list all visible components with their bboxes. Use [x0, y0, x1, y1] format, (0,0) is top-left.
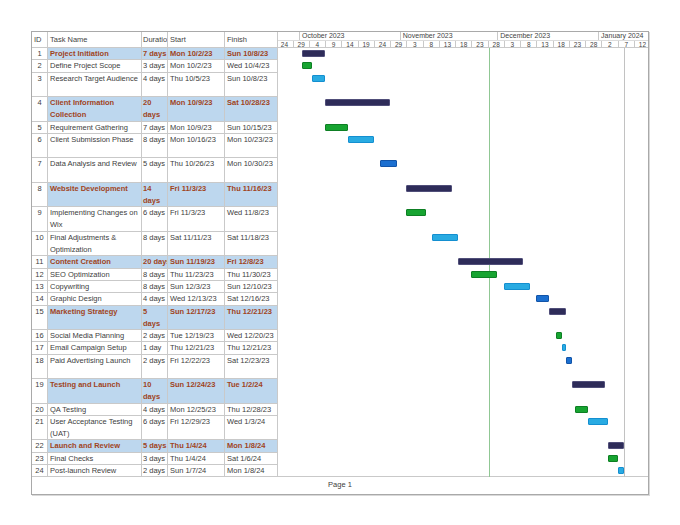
task-start-cell[interactable]: Fri 12/22/23	[168, 355, 225, 380]
task-finish-cell[interactable]: Thu 12/21/23	[225, 342, 278, 354]
task-name-cell[interactable]: QA Testing	[48, 404, 142, 416]
task-duration-cell[interactable]: 5 days	[142, 306, 168, 331]
task-id-cell[interactable]: 17	[32, 342, 48, 354]
task-start-cell[interactable]: Mon 10/16/23	[168, 134, 225, 159]
gantt-bar-task[interactable]	[556, 332, 563, 339]
task-finish-cell[interactable]: Sun 10/8/23	[225, 73, 278, 98]
task-row[interactable]: 4Client Information Collection20 daysMon…	[32, 97, 648, 122]
task-finish-cell[interactable]: Wed 10/4/23	[225, 60, 278, 72]
task-row[interactable]: 11Content Creation20 daysSun 11/19/23Fri…	[32, 256, 648, 268]
task-start-cell[interactable]: Fri 12/29/23	[168, 416, 225, 441]
task-finish-cell[interactable]: Thu 11/16/23	[225, 183, 278, 208]
task-row[interactable]: 1Project Initiation7 daysMon 10/2/23Sun …	[32, 48, 648, 60]
task-name-cell[interactable]: Copywriting	[48, 281, 142, 293]
task-start-cell[interactable]: Thu 10/5/23	[168, 73, 225, 98]
task-id-cell[interactable]: 21	[32, 416, 48, 441]
task-row[interactable]: 3Research Target Audience4 daysThu 10/5/…	[32, 73, 648, 98]
gantt-bar-task[interactable]	[618, 467, 625, 474]
task-name-cell[interactable]: Requirement Gathering	[48, 122, 142, 134]
task-finish-cell[interactable]: Sat 1/6/24	[225, 453, 278, 465]
task-duration-cell[interactable]: 6 days	[142, 416, 168, 441]
gantt-bar-summary[interactable]	[302, 50, 325, 57]
task-start-cell[interactable]: Mon 10/2/23	[168, 48, 225, 60]
task-name-cell[interactable]: Paid Advertising Launch	[48, 355, 142, 380]
task-name-cell[interactable]: User Acceptance Testing (UAT)	[48, 416, 142, 441]
task-row[interactable]: 15Marketing Strategy5 daysSun 12/17/23Th…	[32, 306, 648, 331]
task-name-cell[interactable]: Content Creation	[48, 256, 142, 268]
task-row[interactable]: 2Define Project Scope3 daysMon 10/2/23We…	[32, 60, 648, 72]
task-name-cell[interactable]: Data Analysis and Review	[48, 158, 142, 183]
task-name-cell[interactable]: Research Target Audience	[48, 73, 142, 98]
gantt-bar-task[interactable]	[608, 455, 618, 462]
task-row[interactable]: 16Social Media Planning2 daysTue 12/19/2…	[32, 330, 648, 342]
task-start-cell[interactable]: Tue 12/19/23	[168, 330, 225, 342]
gantt-bar-task[interactable]	[325, 124, 348, 131]
gantt-bar-task[interactable]	[504, 283, 530, 290]
task-duration-cell[interactable]: 5 days	[142, 158, 168, 183]
task-finish-cell[interactable]: Tue 1/2/24	[225, 379, 278, 404]
task-id-cell[interactable]: 8	[32, 183, 48, 208]
task-row[interactable]: 8Website Development14 daysFri 11/3/23Th…	[32, 183, 648, 208]
task-finish-cell[interactable]: Sat 11/18/23	[225, 232, 278, 257]
task-id-cell[interactable]: 16	[32, 330, 48, 342]
task-row[interactable]: 18Paid Advertising Launch2 daysFri 12/22…	[32, 355, 648, 380]
task-finish-cell[interactable]: Sun 10/15/23	[225, 122, 278, 134]
task-name-cell[interactable]: Testing and Launch	[48, 379, 142, 404]
task-name-cell[interactable]: Launch and Review	[48, 440, 142, 452]
task-id-cell[interactable]: 5	[32, 122, 48, 134]
gantt-bar-task[interactable]	[406, 209, 426, 216]
task-row[interactable]: 17Email Campaign Setup1 dayThu 12/21/23T…	[32, 342, 648, 354]
task-finish-cell[interactable]: Mon 10/30/23	[225, 158, 278, 183]
task-duration-cell[interactable]: 8 days	[142, 269, 168, 281]
task-name-cell[interactable]: Final Adjustments & Optimization	[48, 232, 142, 257]
task-start-cell[interactable]: Thu 11/23/23	[168, 269, 225, 281]
task-start-cell[interactable]: Mon 10/9/23	[168, 122, 225, 134]
task-duration-cell[interactable]: 10 days	[142, 379, 168, 404]
task-start-cell[interactable]: Mon 10/9/23	[168, 97, 225, 122]
gantt-bar-summary[interactable]	[572, 381, 605, 388]
task-id-cell[interactable]: 9	[32, 207, 48, 232]
task-duration-cell[interactable]: 3 days	[142, 453, 168, 465]
task-name-cell[interactable]: Implementing Changes on Wix	[48, 207, 142, 232]
task-row[interactable]: 19Testing and Launch10 daysSun 12/24/23T…	[32, 379, 648, 404]
gantt-bar-task[interactable]	[588, 418, 608, 425]
task-row[interactable]: 10Final Adjustments & Optimization8 days…	[32, 232, 648, 257]
task-finish-cell[interactable]: Mon 10/23/23	[225, 134, 278, 159]
task-finish-cell[interactable]: Wed 12/20/23	[225, 330, 278, 342]
task-duration-cell[interactable]: 4 days	[142, 73, 168, 98]
task-id-cell[interactable]: 23	[32, 453, 48, 465]
task-start-cell[interactable]: Wed 12/13/23	[168, 293, 225, 305]
task-id-cell[interactable]: 14	[32, 293, 48, 305]
task-row[interactable]: 20QA Testing4 daysMon 12/25/23Thu 12/28/…	[32, 404, 648, 416]
gantt-bar-summary[interactable]	[608, 442, 624, 449]
gantt-bar-task[interactable]	[302, 62, 312, 69]
task-id-cell[interactable]: 6	[32, 134, 48, 159]
task-id-cell[interactable]: 7	[32, 158, 48, 183]
task-id-cell[interactable]: 2	[32, 60, 48, 72]
task-name-cell[interactable]: Client Submission Phase	[48, 134, 142, 159]
column-header-task-name[interactable]: Task Name	[48, 32, 142, 48]
task-start-cell[interactable]: Thu 12/21/23	[168, 342, 225, 354]
task-duration-cell[interactable]: 3 days	[142, 60, 168, 72]
gantt-bar-summary[interactable]	[406, 185, 452, 192]
gantt-bar-task[interactable]	[536, 295, 549, 302]
task-start-cell[interactable]: Fri 11/3/23	[168, 207, 225, 232]
task-start-cell[interactable]: Sat 11/11/23	[168, 232, 225, 257]
task-row[interactable]: 14Graphic Design4 daysWed 12/13/23Sat 12…	[32, 293, 648, 305]
task-duration-cell[interactable]: 8 days	[142, 232, 168, 257]
task-name-cell[interactable]: Define Project Scope	[48, 60, 142, 72]
gantt-bar-task[interactable]	[566, 357, 573, 364]
task-id-cell[interactable]: 22	[32, 440, 48, 452]
task-finish-cell[interactable]: Sun 12/10/23	[225, 281, 278, 293]
gantt-bar-task[interactable]	[562, 344, 565, 351]
gantt-bar-summary[interactable]	[458, 258, 523, 265]
task-id-cell[interactable]: 1	[32, 48, 48, 60]
task-start-cell[interactable]: Sun 12/17/23	[168, 306, 225, 331]
gantt-bar-task[interactable]	[432, 234, 458, 241]
task-duration-cell[interactable]: 4 days	[142, 404, 168, 416]
task-duration-cell[interactable]: 20 days	[142, 97, 168, 122]
task-finish-cell[interactable]: Sat 10/28/23	[225, 97, 278, 122]
task-duration-cell[interactable]: 14 days	[142, 183, 168, 208]
task-id-cell[interactable]: 20	[32, 404, 48, 416]
task-duration-cell[interactable]: 2 days	[142, 330, 168, 342]
